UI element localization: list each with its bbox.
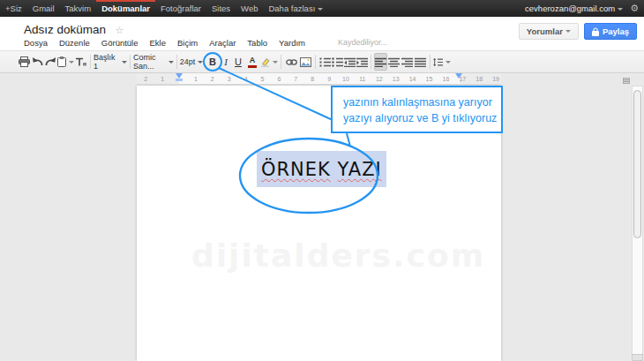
toolbar-separator	[90, 55, 91, 69]
insert-link-button[interactable]	[284, 53, 298, 71]
align-center-button[interactable]	[387, 53, 401, 71]
align-right-icon	[401, 57, 413, 67]
decrease-indent-button[interactable]	[343, 53, 356, 71]
chevron-down-icon	[318, 8, 323, 11]
style-dropdown-value: Başlık 1	[94, 53, 119, 71]
menu-view[interactable]: Görüntüle	[101, 38, 139, 48]
account-email: cevherozan@gmail.com	[525, 4, 615, 13]
web-clipboard-button[interactable]	[57, 53, 74, 71]
callout-line-1: yazının kalınlaşmasına yarıyor	[343, 94, 501, 110]
ruler-number: 5	[261, 76, 265, 83]
share-button[interactable]: Paylaş	[584, 23, 637, 40]
align-right-button[interactable]	[401, 53, 414, 71]
menu-tools[interactable]: Araçlar	[209, 38, 236, 48]
star-icon[interactable]: ☆	[116, 25, 124, 36]
account-menu[interactable]: cevherozan@gmail.com	[525, 4, 630, 13]
text-color-label: A	[250, 56, 256, 64]
topbar-link-gmail[interactable]: Gmail	[27, 0, 60, 17]
vertical-scrollbar[interactable]	[632, 86, 643, 361]
insert-image-button[interactable]	[298, 53, 312, 71]
redo-button[interactable]	[44, 53, 57, 71]
italic-label: I	[224, 56, 228, 67]
menu-bar: Dosya Düzenle Görüntüle Ekle Biçim Araçl…	[24, 38, 387, 48]
numbered-list-icon	[319, 57, 331, 67]
line-spacing-button[interactable]	[433, 53, 451, 71]
redo-icon	[45, 57, 56, 66]
underline-button[interactable]: U	[232, 53, 244, 71]
first-line-indent-marker[interactable]	[176, 79, 183, 81]
menu-table[interactable]: Tablo	[247, 38, 267, 48]
topbar-link-web[interactable]: Web	[236, 0, 263, 17]
doc-title-row: Adsız doküman ☆	[24, 21, 124, 37]
chevron-down-icon	[446, 61, 451, 64]
ruler-number: 10	[342, 76, 349, 83]
topbar-link-photos[interactable]: Fotoğraflar	[155, 0, 206, 17]
right-indent-marker[interactable]	[455, 73, 462, 79]
paint-format-button[interactable]	[74, 53, 87, 71]
align-left-button[interactable]	[374, 53, 387, 71]
document-header: Adsız doküman ☆ Dosya Düzenle Görüntüle …	[0, 17, 644, 50]
text-color-button[interactable]: A	[244, 53, 260, 71]
font-dropdown[interactable]: Comic San...	[133, 53, 174, 71]
ruler-number: 14	[409, 76, 416, 83]
link-icon	[286, 58, 297, 66]
ruler-left-margin	[137, 73, 179, 84]
topbar-link-documents-active[interactable]: Dokümanlar	[96, 0, 155, 17]
bold-label: B	[209, 56, 216, 67]
topbar-more-label: Daha fazlası	[268, 4, 315, 13]
toolbar-separator	[371, 55, 371, 69]
undo-icon	[32, 57, 43, 66]
menu-edit[interactable]: Düzenle	[59, 38, 90, 48]
document-title[interactable]: Adsız doküman	[24, 23, 106, 36]
printer-icon	[19, 56, 30, 67]
chevron-down-icon	[168, 61, 174, 64]
comments-button[interactable]: Yorumlar	[519, 23, 579, 40]
topbar-link-calendar[interactable]: Takvim	[60, 0, 97, 17]
paragraph-style-dropdown[interactable]: Başlık 1	[94, 53, 127, 71]
ruler-number: 1	[194, 76, 198, 83]
chevron-down-icon	[122, 61, 127, 64]
ruler-number: 12	[376, 76, 383, 83]
italic-button[interactable]: I	[220, 53, 232, 71]
increase-indent-button[interactable]	[356, 53, 368, 71]
ruler-number: 8	[311, 76, 314, 83]
document-text-line: ÖRNEK YAZI	[257, 151, 386, 187]
menu-format[interactable]: Biçim	[177, 38, 198, 48]
horizontal-ruler: 2112345678910111213141516171819	[137, 73, 501, 85]
selected-text: ÖRNEK YAZI	[257, 151, 386, 187]
topbar-link-more[interactable]: Daha fazlası	[263, 0, 328, 17]
gear-icon[interactable]: ⚙	[630, 3, 644, 14]
formatting-toolbar: Başlık 1 Comic San... 24pt B I U A	[0, 50, 644, 73]
ruler-number: 11	[359, 76, 365, 83]
scrollbar-corner	[632, 354, 643, 361]
menu-insert[interactable]: Ekle	[150, 38, 166, 48]
google-topbar: +Siz Gmail Takvim Dokümanlar Fotoğraflar…	[0, 0, 644, 17]
toolbar-separator	[176, 55, 177, 69]
bold-button[interactable]: B	[206, 53, 220, 71]
scrollbar-thumb[interactable]	[633, 90, 641, 238]
ruler-number: 6	[277, 76, 281, 83]
decrease-indent-icon	[344, 57, 356, 67]
justify-button[interactable]	[414, 53, 427, 71]
header-buttons: Yorumlar Paylaş	[519, 23, 637, 40]
numbered-list-button[interactable]	[318, 53, 331, 71]
ruler-number: 1	[161, 76, 164, 83]
highlight-color-button[interactable]	[260, 53, 278, 71]
chevron-down-icon	[565, 30, 571, 33]
collapse-controls-widget[interactable]	[623, 78, 630, 84]
undo-button[interactable]	[31, 53, 44, 71]
share-button-label: Paylaş	[603, 26, 629, 36]
topbar-link-plus-you[interactable]: +Siz	[0, 0, 27, 17]
align-center-icon	[388, 57, 400, 67]
font-size-dropdown[interactable]: 24pt	[180, 53, 203, 71]
menu-file[interactable]: Dosya	[24, 38, 48, 48]
chevron-down-icon	[618, 8, 623, 11]
ruler-number: 19	[492, 76, 499, 83]
toolbar-separator	[315, 55, 316, 69]
print-button[interactable]	[18, 53, 31, 71]
topbar-link-sites[interactable]: Sites	[206, 0, 236, 17]
ruler-number: 7	[294, 76, 297, 83]
menu-help[interactable]: Yardım	[279, 38, 305, 48]
bulleted-list-button[interactable]	[331, 53, 343, 71]
comments-button-label: Yorumlar	[527, 26, 563, 36]
